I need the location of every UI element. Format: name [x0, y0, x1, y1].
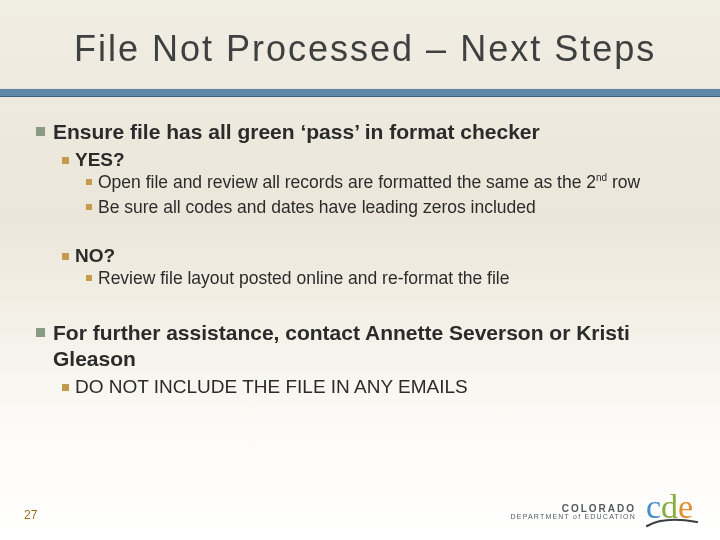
- bullet-level3: Open file and review all records are for…: [86, 171, 684, 219]
- bullet-level1: For further assistance, contact Annette …: [36, 320, 684, 373]
- square-bullet-icon: [62, 157, 69, 164]
- org-dept: DEPARTMENT of EDUCATION: [511, 513, 636, 520]
- bullet-text: NO?: [75, 245, 115, 267]
- logo-text: COLORADO DEPARTMENT of EDUCATION: [511, 503, 636, 520]
- bullet-text: Be sure all codes and dates have leading…: [98, 196, 536, 219]
- slide-body: Ensure file has all green ‘pass’ in form…: [0, 97, 720, 398]
- bullet-text: For further assistance, contact Annette …: [53, 320, 684, 373]
- bullet-level1: Ensure file has all green ‘pass’ in form…: [36, 119, 684, 145]
- bullet-text: YES?: [75, 149, 125, 171]
- square-bullet-icon: [36, 127, 45, 136]
- logo-letter-c: c: [646, 493, 661, 520]
- logo-letter-e: e: [678, 493, 693, 520]
- bullet-text: Ensure file has all green ‘pass’ in form…: [53, 119, 540, 145]
- slide-footer: 27 COLORADO DEPARTMENT of EDUCATION cde: [0, 493, 720, 540]
- bullet-level2: YES?: [62, 149, 684, 171]
- page-number: 27: [24, 508, 37, 530]
- bullet-level2: NO?: [62, 245, 684, 267]
- text-part: Open file and review all records are for…: [98, 172, 596, 192]
- text-part: row: [607, 172, 640, 192]
- bullet-text: Open file and review all records are for…: [98, 171, 640, 194]
- superscript: nd: [596, 172, 607, 183]
- square-bullet-icon: [86, 179, 92, 185]
- cde-logo: COLORADO DEPARTMENT of EDUCATION cde: [511, 493, 698, 530]
- square-bullet-icon: [86, 275, 92, 281]
- square-bullet-icon: [36, 328, 45, 337]
- title-divider: [0, 88, 720, 97]
- bullet-level2: DO NOT INCLUDE THE FILE IN ANY EMAILS: [62, 376, 684, 398]
- cde-mark: cde: [646, 493, 698, 530]
- square-bullet-icon: [62, 253, 69, 260]
- bullet-text: Review file layout posted online and re-…: [98, 267, 509, 290]
- square-bullet-icon: [62, 384, 69, 391]
- bullet-level3: Review file layout posted online and re-…: [86, 267, 684, 290]
- square-bullet-icon: [86, 204, 92, 210]
- slide-title: File Not Processed – Next Steps: [0, 0, 720, 88]
- logo-letter-d: d: [661, 493, 678, 520]
- bullet-text: DO NOT INCLUDE THE FILE IN ANY EMAILS: [75, 376, 468, 398]
